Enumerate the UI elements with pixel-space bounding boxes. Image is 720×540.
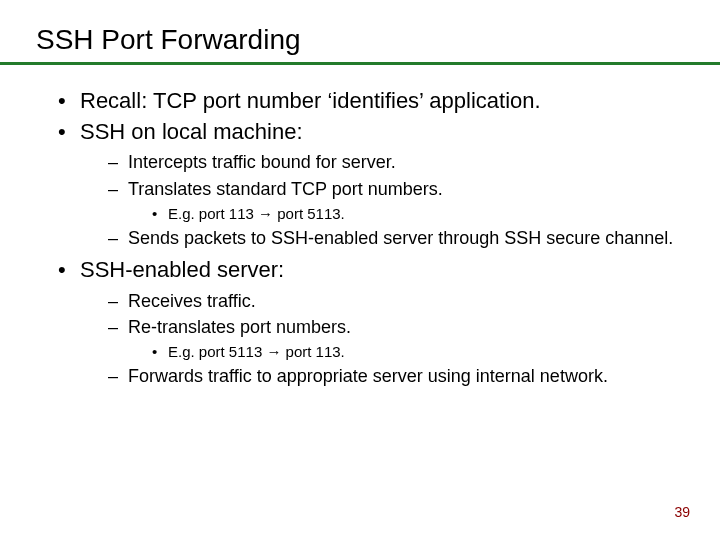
list-item: Translates standard TCP port numbers. E.… (108, 177, 684, 224)
list-item: Intercepts traffic bound for server. (108, 150, 684, 174)
list-item: SSH-enabled server: Receives traffic. Re… (58, 256, 684, 388)
title-underline (0, 62, 720, 65)
list-item: Recall: TCP port number ‘identifies’ app… (58, 87, 684, 116)
slide: SSH Port Forwarding Recall: TCP port num… (0, 0, 720, 540)
bullet-text: Recall: TCP port number ‘identifies’ app… (80, 88, 541, 113)
bullet-text: Forwards traffic to appropriate server u… (128, 366, 608, 386)
slide-title: SSH Port Forwarding (36, 24, 684, 56)
list-item: Sends packets to SSH-enabled server thro… (108, 226, 684, 250)
bullet-text: E.g. port 113 → port 5113. (168, 205, 345, 222)
list-item: Forwards traffic to appropriate server u… (108, 364, 684, 388)
page-number: 39 (674, 504, 690, 520)
list-item: Re-translates port numbers. E.g. port 51… (108, 315, 684, 362)
list-item: E.g. port 113 → port 5113. (152, 203, 684, 224)
bullet-text: Re-translates port numbers. (128, 317, 351, 337)
list-item: Receives traffic. (108, 289, 684, 313)
bullet-text: SSH on local machine: (80, 119, 303, 144)
bullet-text: Translates standard TCP port numbers. (128, 179, 443, 199)
sub-list: Receives traffic. Re-translates port num… (108, 289, 684, 389)
sub-sub-list: E.g. port 5113 → port 113. (152, 341, 684, 362)
list-item: E.g. port 5113 → port 113. (152, 341, 684, 362)
bullet-text: Sends packets to SSH-enabled server thro… (128, 228, 673, 248)
bullet-list: Recall: TCP port number ‘identifies’ app… (58, 87, 684, 389)
bullet-text: Intercepts traffic bound for server. (128, 152, 396, 172)
bullet-text: Receives traffic. (128, 291, 256, 311)
sub-list: Intercepts traffic bound for server. Tra… (108, 150, 684, 250)
bullet-text: E.g. port 5113 → port 113. (168, 343, 345, 360)
list-item: SSH on local machine: Intercepts traffic… (58, 118, 684, 250)
sub-sub-list: E.g. port 113 → port 5113. (152, 203, 684, 224)
bullet-text: SSH-enabled server: (80, 257, 284, 282)
